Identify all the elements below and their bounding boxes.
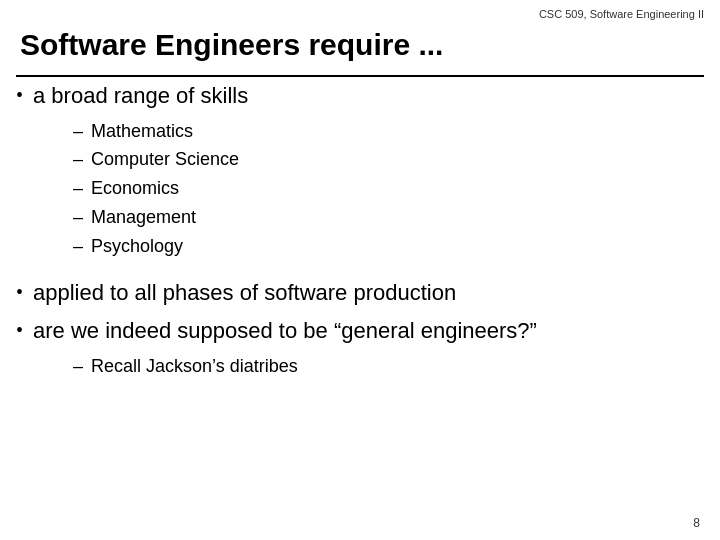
bullet-item-1: • a broad range of skills – Mathematics …: [16, 82, 704, 269]
slide-container: CSC 509, Software Engineering II Softwar…: [0, 0, 720, 540]
bullet-3-content: are we indeed supposed to be “general en…: [33, 317, 537, 388]
sub-item-text: Management: [91, 203, 196, 232]
list-item: – Economics: [73, 174, 248, 203]
sub-item-text: Psychology: [91, 232, 183, 261]
sub-list-3: – Recall Jackson’s diatribes: [73, 352, 537, 381]
bullet-2-text: applied to all phases of software produc…: [33, 279, 456, 308]
page-number: 8: [693, 516, 700, 530]
list-item: – Recall Jackson’s diatribes: [73, 352, 537, 381]
dash-icon: –: [73, 117, 83, 146]
sub-list-1: – Mathematics – Computer Science – Econo…: [73, 117, 248, 261]
content-area: • a broad range of skills – Mathematics …: [16, 82, 704, 510]
list-item: – Mathematics: [73, 117, 248, 146]
sub-item-text: Mathematics: [91, 117, 193, 146]
bullet-dot-2: •: [16, 281, 23, 304]
list-item: – Computer Science: [73, 145, 248, 174]
list-item: – Management: [73, 203, 248, 232]
dash-icon: –: [73, 232, 83, 261]
bullet-item-2: • applied to all phases of software prod…: [16, 279, 704, 308]
sub-item-text: Computer Science: [91, 145, 239, 174]
bullet-dot-3: •: [16, 319, 23, 342]
bullet-dot-1: •: [16, 84, 23, 107]
bullet-item-3: • are we indeed supposed to be “general …: [16, 317, 704, 388]
list-item: – Psychology: [73, 232, 248, 261]
sub-item-text: Economics: [91, 174, 179, 203]
dash-icon: –: [73, 352, 83, 381]
title-divider: [16, 75, 704, 77]
bullet-1-content: a broad range of skills – Mathematics – …: [33, 82, 248, 269]
dash-icon: –: [73, 174, 83, 203]
course-label: CSC 509, Software Engineering II: [539, 8, 704, 20]
bullet-3-text: are we indeed supposed to be “general en…: [33, 318, 537, 343]
dash-icon: –: [73, 145, 83, 174]
sub-item-text: Recall Jackson’s diatribes: [91, 352, 298, 381]
bullet-1-text: a broad range of skills: [33, 83, 248, 108]
dash-icon: –: [73, 203, 83, 232]
slide-title: Software Engineers require ...: [20, 28, 700, 62]
